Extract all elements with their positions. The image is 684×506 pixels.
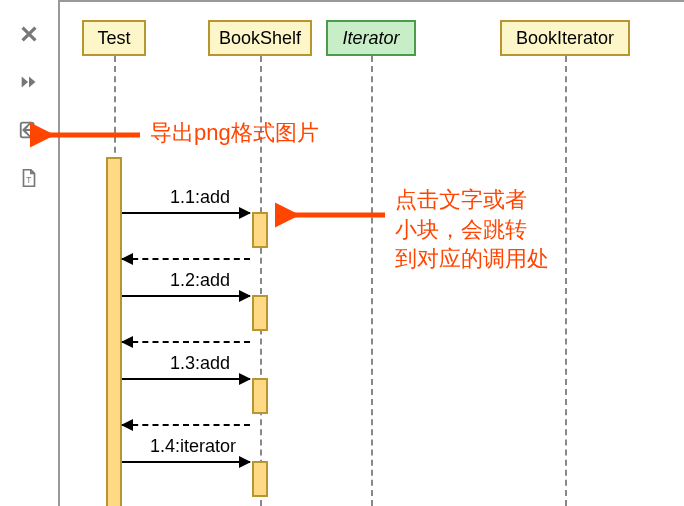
return-1-3[interactable] <box>122 424 250 426</box>
sequence-diagram: Test BookShelf Iterator BookIterator 1.1… <box>58 0 684 506</box>
activation-bookshelf-2[interactable] <box>252 295 268 331</box>
message-1-2-add-label[interactable]: 1.2:add <box>170 270 230 291</box>
activation-test[interactable] <box>106 157 122 506</box>
return-1-1[interactable] <box>122 258 250 260</box>
annotation-line-3: 到对应的调用处 <box>395 244 549 274</box>
forward-button[interactable] <box>15 68 43 96</box>
annotation-click-hint: 点击文字或者 小块，会跳转 到对应的调用处 <box>395 185 549 274</box>
lifeline-iterator[interactable]: Iterator <box>326 20 416 56</box>
lifeline-test[interactable]: Test <box>82 20 146 56</box>
fast-forward-icon <box>18 71 40 93</box>
annotation-line-1: 点击文字或者 <box>395 185 549 215</box>
return-1-2[interactable] <box>122 341 250 343</box>
lifeline-bookiterator-line <box>565 56 567 506</box>
message-1-1-add-label[interactable]: 1.1:add <box>170 187 230 208</box>
close-icon <box>18 23 40 45</box>
svg-text:T: T <box>26 176 31 185</box>
lifeline-bookiterator[interactable]: BookIterator <box>500 20 630 56</box>
activation-bookshelf-4[interactable] <box>252 461 268 497</box>
message-1-1-add[interactable] <box>122 212 250 214</box>
message-1-2-add[interactable] <box>122 295 250 297</box>
text-file-icon: T <box>18 167 40 189</box>
message-1-4-iterator-label[interactable]: 1.4:iterator <box>150 436 236 457</box>
close-button[interactable] <box>15 20 43 48</box>
annotation-export-png: 导出png格式图片 <box>150 118 319 148</box>
activation-bookshelf-1[interactable] <box>252 212 268 248</box>
activation-bookshelf-3[interactable] <box>252 378 268 414</box>
message-1-4-iterator[interactable] <box>122 461 250 463</box>
message-1-3-add-label[interactable]: 1.3:add <box>170 353 230 374</box>
message-1-3-add[interactable] <box>122 378 250 380</box>
lifeline-bookshelf[interactable]: BookShelf <box>208 20 312 56</box>
annotation-arrow-click <box>275 200 395 230</box>
text-file-button[interactable]: T <box>15 164 43 192</box>
toolbar: T <box>0 0 58 192</box>
lifeline-iterator-line <box>371 56 373 506</box>
annotation-line-2: 小块，会跳转 <box>395 215 549 245</box>
annotation-arrow-export <box>30 120 150 150</box>
